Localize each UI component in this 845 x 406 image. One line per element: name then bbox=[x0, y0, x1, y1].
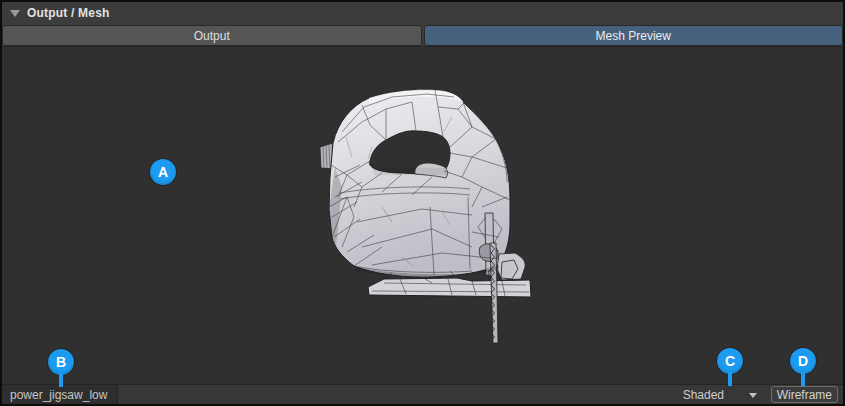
annotation-pin-d: D bbox=[790, 348, 816, 374]
tab-mesh-preview[interactable]: Mesh Preview bbox=[424, 25, 844, 46]
shading-mode-dropdown[interactable]: Shaded bbox=[673, 385, 765, 405]
annotation-pin-stem bbox=[801, 372, 805, 386]
annotation-pin-stem bbox=[728, 372, 732, 386]
annotation-letter: D bbox=[798, 353, 808, 369]
panel-header: Output / Mesh bbox=[2, 2, 843, 23]
mesh-name-label: power_jigsaw_low bbox=[2, 385, 118, 405]
annotation-pin-stem bbox=[59, 373, 63, 387]
panel-title: Output / Mesh bbox=[27, 6, 110, 20]
annotation-pin-b: B bbox=[48, 349, 74, 375]
annotation-letter: B bbox=[56, 354, 66, 370]
shading-mode-value: Shaded bbox=[683, 388, 724, 402]
mesh-preview-viewport[interactable] bbox=[2, 46, 843, 384]
wireframe-toggle-button[interactable]: Wireframe bbox=[771, 386, 838, 403]
foldout-triangle-icon[interactable] bbox=[10, 10, 20, 17]
dropdown-arrow-icon bbox=[749, 393, 757, 398]
mesh-wireframe-render bbox=[2, 47, 843, 384]
tab-output[interactable]: Output bbox=[2, 25, 422, 46]
annotation-pin-a: A bbox=[150, 159, 176, 185]
annotation-letter: C bbox=[725, 353, 735, 369]
annotation-pin-c: C bbox=[717, 348, 743, 374]
preview-toolbar: power_jigsaw_low Shaded Wireframe bbox=[2, 384, 843, 405]
toolbar-spacer bbox=[118, 385, 673, 405]
annotation-letter: A bbox=[158, 164, 168, 180]
output-mesh-panel: Output / Mesh Output Mesh Preview bbox=[0, 0, 845, 406]
tab-bar: Output Mesh Preview bbox=[2, 23, 843, 46]
